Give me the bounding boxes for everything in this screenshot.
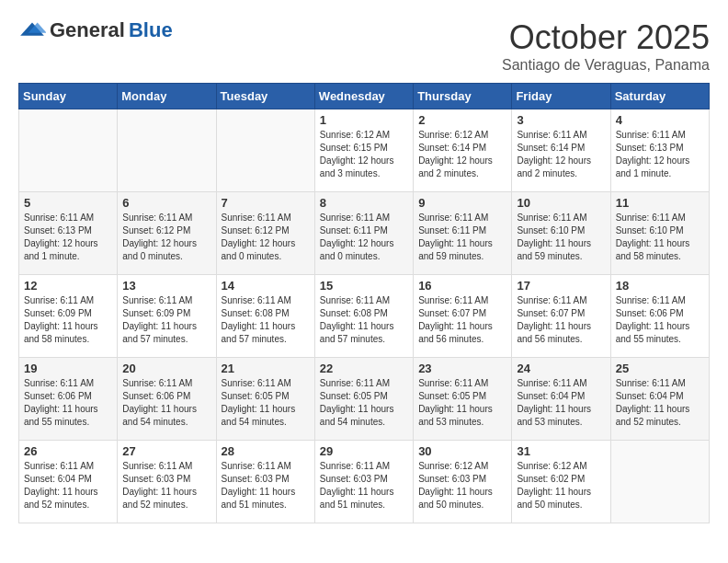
- day-details: Sunrise: 6:11 AM Sunset: 6:11 PM Dayligh…: [418, 212, 506, 263]
- logo-icon: [18, 21, 46, 40]
- day-number: 14: [222, 279, 310, 293]
- day-details: Sunrise: 6:11 AM Sunset: 6:10 PM Dayligh…: [616, 212, 704, 263]
- page-header: General Blue October 2025 Santiago de Ve…: [18, 18, 710, 74]
- calendar-week-4: 19Sunrise: 6:11 AM Sunset: 6:06 PM Dayli…: [19, 358, 710, 441]
- calendar-day-cell: 4Sunrise: 6:11 AM Sunset: 6:13 PM Daylig…: [610, 109, 709, 192]
- day-number: 24: [517, 362, 605, 375]
- calendar-day-cell: 30Sunrise: 6:12 AM Sunset: 6:03 PM Dayli…: [414, 441, 512, 523]
- day-number: 30: [418, 444, 506, 458]
- day-details: Sunrise: 6:11 AM Sunset: 6:03 PM Dayligh…: [320, 460, 408, 511]
- day-details: Sunrise: 6:11 AM Sunset: 6:03 PM Dayligh…: [122, 460, 210, 511]
- day-details: Sunrise: 6:12 AM Sunset: 6:03 PM Dayligh…: [418, 460, 506, 511]
- calendar-day-cell: 14Sunrise: 6:11 AM Sunset: 6:08 PM Dayli…: [216, 275, 314, 358]
- calendar-day-cell: 18Sunrise: 6:11 AM Sunset: 6:06 PM Dayli…: [610, 275, 709, 358]
- calendar-day-cell: 7Sunrise: 6:11 AM Sunset: 6:12 PM Daylig…: [216, 192, 314, 275]
- calendar-day-cell: 28Sunrise: 6:11 AM Sunset: 6:03 PM Dayli…: [216, 441, 314, 523]
- day-number: 16: [418, 279, 506, 293]
- logo: General Blue: [18, 18, 173, 42]
- day-details: Sunrise: 6:11 AM Sunset: 6:06 PM Dayligh…: [616, 294, 704, 346]
- calendar-week-5: 26Sunrise: 6:11 AM Sunset: 6:04 PM Dayli…: [19, 441, 710, 523]
- day-number: 3: [517, 113, 605, 127]
- day-number: 8: [320, 196, 408, 210]
- day-details: Sunrise: 6:11 AM Sunset: 6:05 PM Dayligh…: [320, 377, 408, 429]
- calendar-day-cell: 10Sunrise: 6:11 AM Sunset: 6:10 PM Dayli…: [512, 192, 610, 275]
- day-details: Sunrise: 6:11 AM Sunset: 6:03 PM Dayligh…: [222, 460, 310, 511]
- day-number: 11: [616, 196, 704, 210]
- day-number: 1: [320, 113, 408, 127]
- logo-general: General: [50, 18, 125, 42]
- calendar-day-cell: 19Sunrise: 6:11 AM Sunset: 6:06 PM Dayli…: [19, 358, 118, 441]
- day-details: Sunrise: 6:11 AM Sunset: 6:14 PM Dayligh…: [517, 129, 605, 180]
- day-number: 7: [222, 196, 310, 210]
- header-saturday: Saturday: [610, 84, 709, 109]
- calendar-day-cell: 9Sunrise: 6:11 AM Sunset: 6:11 PM Daylig…: [414, 192, 512, 275]
- header-wednesday: Wednesday: [314, 84, 413, 109]
- day-details: Sunrise: 6:11 AM Sunset: 6:12 PM Dayligh…: [222, 212, 310, 263]
- calendar-day-cell: 26Sunrise: 6:11 AM Sunset: 6:04 PM Dayli…: [19, 441, 118, 523]
- header-thursday: Thursday: [414, 84, 512, 109]
- day-number: 22: [320, 362, 408, 375]
- month-title: October 2025: [502, 18, 710, 57]
- title-area: October 2025 Santiago de Veraguas, Panam…: [502, 18, 710, 74]
- day-details: Sunrise: 6:11 AM Sunset: 6:11 PM Dayligh…: [320, 212, 408, 263]
- day-details: Sunrise: 6:12 AM Sunset: 6:14 PM Dayligh…: [418, 129, 506, 180]
- day-details: Sunrise: 6:11 AM Sunset: 6:10 PM Dayligh…: [517, 212, 605, 263]
- day-number: 31: [517, 444, 605, 458]
- calendar-week-1: 1Sunrise: 6:12 AM Sunset: 6:15 PM Daylig…: [19, 109, 710, 192]
- day-details: Sunrise: 6:11 AM Sunset: 6:07 PM Dayligh…: [418, 294, 506, 346]
- day-details: Sunrise: 6:11 AM Sunset: 6:09 PM Dayligh…: [24, 294, 112, 346]
- day-number: 12: [24, 279, 112, 293]
- day-number: 10: [517, 196, 605, 210]
- calendar-day-cell: 24Sunrise: 6:11 AM Sunset: 6:04 PM Dayli…: [512, 358, 610, 441]
- header-tuesday: Tuesday: [216, 84, 314, 109]
- calendar-day-cell: 15Sunrise: 6:11 AM Sunset: 6:08 PM Dayli…: [314, 275, 413, 358]
- day-number: 19: [24, 362, 112, 375]
- day-number: 21: [222, 362, 310, 375]
- calendar-day-cell: 23Sunrise: 6:11 AM Sunset: 6:05 PM Dayli…: [414, 358, 512, 441]
- day-number: 17: [517, 279, 605, 293]
- calendar-day-cell: 31Sunrise: 6:12 AM Sunset: 6:02 PM Dayli…: [512, 441, 610, 523]
- day-details: Sunrise: 6:11 AM Sunset: 6:06 PM Dayligh…: [122, 377, 210, 429]
- calendar-day-cell: 5Sunrise: 6:11 AM Sunset: 6:13 PM Daylig…: [19, 192, 118, 275]
- calendar-week-3: 12Sunrise: 6:11 AM Sunset: 6:09 PM Dayli…: [19, 275, 710, 358]
- header-friday: Friday: [512, 84, 610, 109]
- logo-blue: Blue: [129, 18, 173, 42]
- calendar-day-cell: 27Sunrise: 6:11 AM Sunset: 6:03 PM Dayli…: [118, 441, 216, 523]
- day-number: 6: [122, 196, 210, 210]
- day-details: Sunrise: 6:11 AM Sunset: 6:04 PM Dayligh…: [24, 460, 112, 511]
- header-monday: Monday: [118, 84, 216, 109]
- day-details: Sunrise: 6:11 AM Sunset: 6:04 PM Dayligh…: [616, 377, 704, 429]
- calendar-day-cell: 25Sunrise: 6:11 AM Sunset: 6:04 PM Dayli…: [610, 358, 709, 441]
- calendar-day-cell: 6Sunrise: 6:11 AM Sunset: 6:12 PM Daylig…: [118, 192, 216, 275]
- day-number: 27: [122, 444, 210, 458]
- calendar-day-cell: 22Sunrise: 6:11 AM Sunset: 6:05 PM Dayli…: [314, 358, 413, 441]
- day-details: Sunrise: 6:11 AM Sunset: 6:05 PM Dayligh…: [222, 377, 310, 429]
- day-details: Sunrise: 6:11 AM Sunset: 6:08 PM Dayligh…: [222, 294, 310, 346]
- calendar-header-row: Sunday Monday Tuesday Wednesday Thursday…: [19, 84, 710, 109]
- day-number: 20: [122, 362, 210, 375]
- calendar-day-cell: 29Sunrise: 6:11 AM Sunset: 6:03 PM Dayli…: [314, 441, 413, 523]
- day-number: 29: [320, 444, 408, 458]
- calendar-day-cell: 21Sunrise: 6:11 AM Sunset: 6:05 PM Dayli…: [216, 358, 314, 441]
- day-number: 28: [222, 444, 310, 458]
- day-details: Sunrise: 6:11 AM Sunset: 6:12 PM Dayligh…: [122, 212, 210, 263]
- calendar-table: Sunday Monday Tuesday Wednesday Thursday…: [18, 83, 710, 523]
- calendar-day-cell: [610, 441, 709, 523]
- calendar-day-cell: 20Sunrise: 6:11 AM Sunset: 6:06 PM Dayli…: [118, 358, 216, 441]
- day-number: 26: [24, 444, 112, 458]
- day-number: 25: [616, 362, 704, 375]
- calendar-day-cell: 13Sunrise: 6:11 AM Sunset: 6:09 PM Dayli…: [118, 275, 216, 358]
- day-number: 23: [418, 362, 506, 375]
- calendar-day-cell: [19, 109, 118, 192]
- calendar-day-cell: 11Sunrise: 6:11 AM Sunset: 6:10 PM Dayli…: [610, 192, 709, 275]
- day-details: Sunrise: 6:12 AM Sunset: 6:15 PM Dayligh…: [320, 129, 408, 180]
- calendar-day-cell: 1Sunrise: 6:12 AM Sunset: 6:15 PM Daylig…: [314, 109, 413, 192]
- calendar-day-cell: 16Sunrise: 6:11 AM Sunset: 6:07 PM Dayli…: [414, 275, 512, 358]
- day-details: Sunrise: 6:11 AM Sunset: 6:06 PM Dayligh…: [24, 377, 112, 429]
- day-number: 9: [418, 196, 506, 210]
- calendar-day-cell: 17Sunrise: 6:11 AM Sunset: 6:07 PM Dayli…: [512, 275, 610, 358]
- header-sunday: Sunday: [19, 84, 118, 109]
- day-details: Sunrise: 6:11 AM Sunset: 6:05 PM Dayligh…: [418, 377, 506, 429]
- calendar-day-cell: [118, 109, 216, 192]
- calendar-day-cell: 3Sunrise: 6:11 AM Sunset: 6:14 PM Daylig…: [512, 109, 610, 192]
